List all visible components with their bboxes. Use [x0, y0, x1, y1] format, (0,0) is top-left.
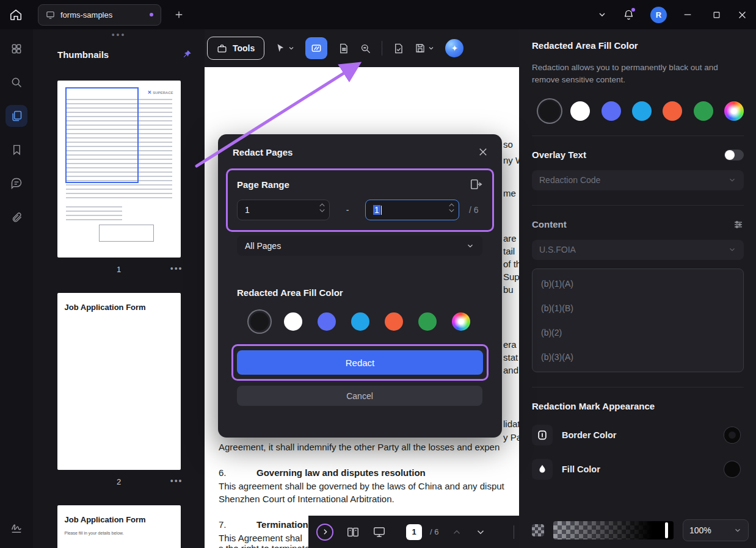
unsaved-dot	[150, 13, 153, 16]
code-item[interactable]: (b)(3)(A)	[532, 345, 743, 369]
maximize-button[interactable]	[712, 10, 721, 20]
page-number-input[interactable]: 1	[406, 524, 422, 540]
color-swatch-orange[interactable]	[385, 312, 403, 331]
dialog-fill-color-label: Redacted Area Fill Color	[237, 287, 502, 298]
save-tool[interactable]	[415, 43, 435, 54]
code-item[interactable]: (b)(1)(A)	[532, 272, 743, 296]
page-menu-dots[interactable]: •••	[170, 264, 183, 273]
tools-button[interactable]: Tools	[207, 37, 264, 60]
page-thumbnail-2[interactable]: Job Application Form	[57, 293, 181, 470]
foia-code-select[interactable]: U.S.FOIA	[532, 240, 744, 260]
sidebar-item-bookmarks[interactable]	[5, 139, 27, 160]
minimize-button[interactable]	[683, 10, 692, 20]
sidebar-item-search[interactable]	[5, 71, 27, 93]
opacity-slider-handle[interactable]	[665, 522, 668, 538]
code-item[interactable]: (b)(1)(B)	[532, 296, 743, 320]
sidebar-item-attachments[interactable]	[5, 206, 27, 228]
redaction-description: Redaction allows you to permanently blac…	[532, 62, 749, 87]
pin-icon[interactable]	[181, 49, 192, 60]
redact-button[interactable]: Redact	[237, 350, 483, 375]
mark-redaction-tool[interactable]	[305, 37, 327, 59]
sidebar-item-comments[interactable]	[5, 172, 27, 194]
color-swatch-custom[interactable]	[724, 101, 744, 121]
expand-bar-button[interactable]	[316, 524, 333, 541]
doc-fragment: y Pa	[503, 432, 519, 442]
redaction-code-placeholder: Redaction Code	[539, 175, 600, 185]
color-swatch-indigo[interactable]	[318, 312, 336, 331]
color-swatch-cyan[interactable]	[351, 312, 369, 331]
ai-assistant-button[interactable]: ✦	[445, 39, 463, 57]
section-title: Governing law and disputes resolution	[256, 467, 426, 478]
notifications-button[interactable]	[623, 9, 634, 21]
doc-fragment: me	[503, 188, 516, 198]
page-menu-dots[interactable]: •••	[170, 476, 183, 486]
two-page-view-icon[interactable]	[346, 525, 360, 539]
overlay-text-toggle[interactable]	[724, 150, 744, 160]
redact-pages-dialog: Redact Pages Page Range 1 - 1	[218, 134, 502, 438]
sidebar-item-thumbnails[interactable]	[5, 105, 27, 127]
color-swatch-indigo[interactable]	[602, 101, 621, 121]
color-swatch-custom[interactable]	[452, 312, 470, 331]
color-swatch-white[interactable]	[570, 101, 590, 121]
apply-redactions-icon	[393, 43, 404, 54]
redaction-code-select[interactable]: Redaction Code	[532, 170, 744, 190]
new-tab-button[interactable]	[173, 9, 184, 20]
stepper-buttons[interactable]	[319, 203, 325, 212]
search-redact-tool[interactable]	[360, 43, 371, 54]
toggle-knob	[725, 150, 735, 160]
panel-color-swatches	[540, 101, 744, 121]
close-button[interactable]	[737, 10, 747, 20]
comment-icon	[10, 177, 23, 189]
foia-value: U.S.FOIA	[539, 245, 576, 254]
sidebar-item-grid[interactable]	[5, 38, 27, 60]
color-swatch-black[interactable]	[250, 312, 269, 331]
page-range-icon[interactable]	[470, 178, 483, 191]
chevron-down-icon	[427, 45, 435, 52]
page-scope-select[interactable]: All Pages	[237, 236, 482, 256]
color-swatch-orange[interactable]	[663, 101, 682, 121]
tools-label: Tools	[233, 43, 255, 53]
dialog-close-button[interactable]	[478, 146, 489, 157]
dialog-title: Redact Pages	[233, 147, 293, 157]
chevron-down-icon	[733, 526, 742, 535]
redact-button-highlight: Redact	[231, 344, 489, 381]
panel-grip[interactable]: •••	[33, 29, 205, 40]
page-total-label: / 6	[430, 527, 438, 536]
opacity-select[interactable]: 100%	[683, 519, 749, 541]
doc-fragment: era	[503, 339, 517, 350]
presentation-icon[interactable]	[373, 525, 386, 539]
sidebar-item-signature[interactable]	[5, 516, 27, 538]
color-swatch-green[interactable]	[694, 101, 713, 121]
chevron-down-icon[interactable]	[597, 10, 607, 20]
previous-page-button[interactable]	[451, 527, 462, 538]
home-button[interactable]	[0, 8, 32, 21]
doc-text-line: Shenzhen Court of International Arbitrat…	[219, 494, 394, 504]
page-thumbnail-3[interactable]: Job Application Form Please fill in your…	[57, 505, 181, 548]
select-tool[interactable]	[275, 43, 295, 54]
cancel-button[interactable]: Cancel	[237, 386, 482, 406]
next-page-button[interactable]	[475, 527, 486, 538]
thumbnail-subtitle-text: Please fill in your details below.	[65, 531, 124, 535]
range-to-input[interactable]: 1	[365, 200, 459, 220]
page-thumbnail-1[interactable]: ✕SUPERACE	[57, 81, 181, 258]
range-from-input[interactable]: 1	[237, 200, 330, 220]
dialog-color-swatches	[218, 312, 502, 331]
filter-sliders-icon[interactable]	[733, 219, 744, 230]
color-swatch-cyan[interactable]	[632, 101, 652, 121]
redact-pages-icon	[338, 43, 349, 54]
document-tab[interactable]: forms-samples	[38, 4, 161, 26]
fill-color-label: Fill Color	[562, 464, 600, 474]
grid-icon	[10, 43, 23, 55]
fill-color-swatch[interactable]	[724, 461, 740, 477]
border-color-swatch[interactable]	[724, 427, 740, 443]
color-swatch-green[interactable]	[418, 312, 437, 331]
color-swatch-white[interactable]	[284, 312, 302, 331]
avatar[interactable]: R	[650, 7, 667, 23]
color-swatch-black[interactable]	[540, 101, 559, 121]
opacity-slider[interactable]	[553, 521, 674, 539]
tab-icon	[46, 10, 55, 20]
code-item[interactable]: (b)(2)	[532, 320, 743, 345]
stepper-buttons[interactable]	[449, 203, 454, 212]
redact-pages-tool[interactable]	[338, 43, 349, 54]
apply-redactions-tool[interactable]	[393, 43, 404, 54]
